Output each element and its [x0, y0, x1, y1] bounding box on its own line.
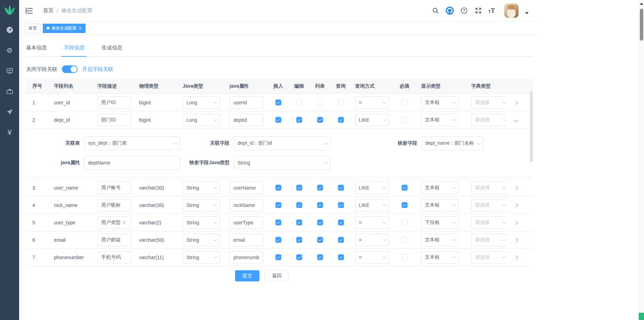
- insert-checkbox[interactable]: [275, 202, 281, 208]
- desc-input[interactable]: [97, 114, 131, 126]
- query-type-select[interactable]: =: [355, 234, 389, 246]
- java-type-select[interactable]: String: [183, 251, 220, 264]
- font-size-icon[interactable]: TT: [488, 7, 495, 14]
- java-type-select[interactable]: String: [183, 234, 220, 246]
- java-field-input[interactable]: [230, 234, 263, 246]
- required-checkbox[interactable]: [402, 254, 408, 260]
- sidebar-item-system[interactable]: ⚙: [0, 40, 19, 61]
- tab-generate-info[interactable]: 生成信息: [102, 45, 122, 56]
- java-type-select[interactable]: Long: [183, 96, 220, 109]
- html-type-select[interactable]: 下拉框: [421, 216, 458, 229]
- dict-type-select[interactable]: 请选择: [471, 114, 507, 126]
- java-field-input[interactable]: [230, 199, 263, 211]
- edit-checkbox[interactable]: [296, 99, 302, 105]
- user-avatar[interactable]: [504, 3, 518, 18]
- query-checkbox[interactable]: [338, 117, 344, 123]
- expand-row-icon[interactable]: [514, 255, 518, 260]
- back-button[interactable]: 返回: [265, 270, 289, 281]
- sidebar-item-dashboard[interactable]: [0, 19, 19, 40]
- tag-home[interactable]: 首页: [25, 24, 41, 33]
- query-type-select[interactable]: LIKE: [355, 182, 389, 194]
- java-type-select[interactable]: String: [183, 182, 220, 194]
- mapping-field-select[interactable]: dept_name：部门名称: [421, 136, 483, 150]
- relation-table-select[interactable]: sys_dept：部门表: [84, 136, 180, 150]
- edit-checkbox[interactable]: [296, 202, 302, 208]
- expand-row-icon[interactable]: [514, 203, 518, 208]
- dict-type-select[interactable]: 请选择: [471, 182, 507, 194]
- query-type-select[interactable]: =: [355, 251, 389, 264]
- list-checkbox[interactable]: [317, 99, 323, 105]
- fullscreen-icon[interactable]: [474, 7, 482, 15]
- edit-checkbox[interactable]: [296, 185, 302, 191]
- required-checkbox[interactable]: [402, 185, 408, 191]
- relation-open-label[interactable]: 开启字段关联: [82, 66, 113, 73]
- list-checkbox[interactable]: [317, 237, 323, 243]
- desc-input[interactable]: [97, 96, 131, 109]
- query-checkbox[interactable]: [338, 254, 344, 260]
- query-checkbox[interactable]: [338, 202, 344, 208]
- required-checkbox[interactable]: [402, 202, 408, 208]
- search-icon[interactable]: [431, 7, 440, 15]
- java-type-select[interactable]: Long: [183, 114, 220, 126]
- expand-row-icon[interactable]: [514, 101, 518, 105]
- desc-input[interactable]: [97, 234, 131, 246]
- relation-field-select[interactable]: dept_id：部门id: [234, 136, 330, 150]
- list-checkbox[interactable]: [317, 219, 323, 225]
- table-scrollbar-thumb[interactable]: [530, 91, 533, 162]
- insert-checkbox[interactable]: [275, 219, 281, 225]
- expand-row-icon[interactable]: [514, 238, 518, 242]
- submit-button[interactable]: 提交: [235, 270, 259, 281]
- insert-checkbox[interactable]: [275, 237, 281, 243]
- java-attr-input[interactable]: [84, 156, 180, 170]
- list-checkbox[interactable]: [317, 117, 323, 123]
- expand-row-icon[interactable]: [514, 186, 518, 190]
- mapping-java-type-select[interactable]: String: [234, 156, 330, 170]
- page-scrollbar-thumb[interactable]: [640, 9, 643, 41]
- dict-type-select[interactable]: 请选择: [471, 216, 507, 229]
- scroll-up-arrow-icon[interactable]: [640, 2, 643, 5]
- html-type-select[interactable]: 文本框: [421, 199, 458, 211]
- required-checkbox[interactable]: [402, 99, 408, 105]
- html-type-select[interactable]: 文本框: [421, 251, 458, 264]
- java-field-input[interactable]: [230, 114, 263, 126]
- dict-type-select[interactable]: 请选择: [471, 96, 507, 109]
- field-relation-toggle[interactable]: [62, 65, 78, 73]
- dict-type-select[interactable]: 请选择: [471, 234, 507, 246]
- query-type-select[interactable]: LIKE: [355, 114, 389, 126]
- desc-input[interactable]: [97, 182, 131, 194]
- expand-row-icon[interactable]: [514, 221, 518, 225]
- html-type-select[interactable]: 文本框: [421, 96, 458, 109]
- sidebar-fold-icon[interactable]: [25, 7, 33, 15]
- dict-type-select[interactable]: 请选择: [471, 199, 507, 211]
- breadcrumb-home[interactable]: 首页: [43, 7, 54, 14]
- tag-current[interactable]: 修改生成配置 ×: [43, 24, 86, 33]
- github-icon[interactable]: [445, 7, 454, 15]
- query-type-select[interactable]: =: [355, 216, 389, 229]
- list-checkbox[interactable]: [317, 254, 323, 260]
- dict-type-select[interactable]: 请选择: [471, 251, 507, 264]
- insert-checkbox[interactable]: [275, 99, 281, 105]
- tag-close-icon[interactable]: ×: [79, 26, 82, 31]
- java-field-input[interactable]: [230, 182, 263, 194]
- help-icon[interactable]: ?: [460, 7, 468, 15]
- edit-checkbox[interactable]: [296, 237, 302, 243]
- desc-input[interactable]: [97, 251, 131, 264]
- expand-row-icon[interactable]: [514, 118, 518, 122]
- html-type-select[interactable]: 文本框: [421, 234, 458, 246]
- html-type-select[interactable]: 文本框: [421, 182, 458, 194]
- sidebar-item-deploy[interactable]: [0, 102, 19, 122]
- edit-checkbox[interactable]: [296, 254, 302, 260]
- query-checkbox[interactable]: [338, 237, 344, 243]
- html-type-select[interactable]: 文本框: [421, 114, 458, 126]
- java-field-input[interactable]: [230, 251, 263, 264]
- insert-checkbox[interactable]: [275, 254, 281, 260]
- tab-basic-info[interactable]: 基本信息: [26, 45, 47, 56]
- desc-input[interactable]: [97, 199, 131, 211]
- tab-field-info[interactable]: 字段信息: [64, 45, 84, 56]
- desc-input[interactable]: [97, 216, 131, 229]
- required-checkbox[interactable]: [402, 219, 408, 225]
- required-checkbox[interactable]: [402, 117, 408, 123]
- query-type-select[interactable]: LIKE: [355, 199, 389, 211]
- edit-checkbox[interactable]: [296, 117, 302, 123]
- edit-checkbox[interactable]: [296, 219, 302, 225]
